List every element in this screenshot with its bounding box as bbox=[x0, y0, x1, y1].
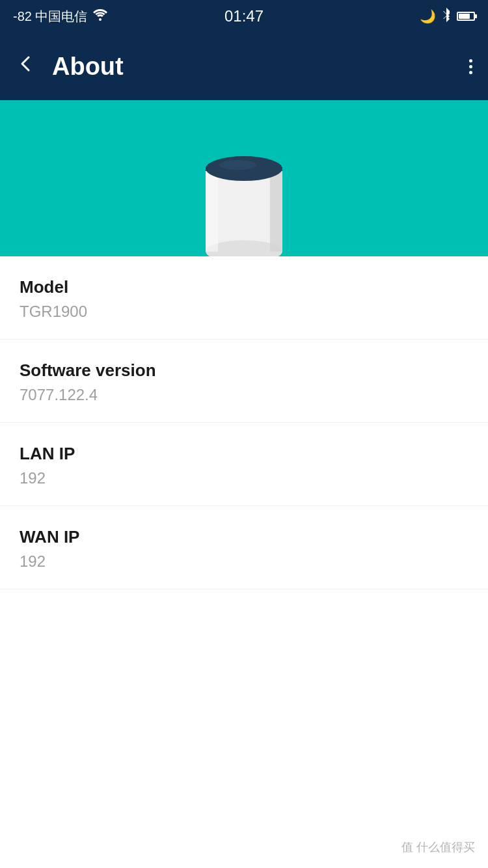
software-version-item: Software version 7077.122.4 bbox=[0, 340, 488, 423]
wifi-icon bbox=[92, 8, 108, 25]
router-image bbox=[179, 133, 309, 256]
model-value: TGR1900 bbox=[20, 303, 468, 321]
model-label: Model bbox=[20, 277, 468, 297]
svg-point-7 bbox=[219, 160, 256, 170]
lan-ip-label: LAN IP bbox=[20, 444, 468, 464]
moon-icon: 🌙 bbox=[420, 8, 436, 24]
lan-ip-value: 192 bbox=[20, 469, 468, 487]
software-version-label: Software version bbox=[20, 360, 468, 381]
more-dot-1 bbox=[469, 59, 472, 62]
more-menu-button[interactable] bbox=[469, 59, 472, 74]
app-bar: About bbox=[0, 33, 488, 100]
battery-icon-container bbox=[457, 9, 475, 24]
back-button[interactable] bbox=[16, 53, 36, 80]
wan-ip-value: 192 bbox=[20, 552, 468, 571]
wan-ip-label: WAN IP bbox=[20, 527, 468, 547]
svg-rect-4 bbox=[206, 171, 218, 252]
page-title: About bbox=[52, 53, 469, 81]
model-item: Model TGR1900 bbox=[0, 256, 488, 340]
wan-ip-item: WAN IP 192 bbox=[0, 506, 488, 590]
software-version-value: 7077.122.4 bbox=[20, 386, 468, 404]
status-bar-time: 01:47 bbox=[224, 7, 264, 25]
more-dot-3 bbox=[469, 71, 472, 74]
more-dot-2 bbox=[469, 65, 472, 68]
status-bar-right: 🌙 bbox=[420, 8, 475, 25]
svg-point-0 bbox=[99, 18, 102, 21]
bluetooth-icon bbox=[441, 8, 452, 25]
lan-ip-item: LAN IP 192 bbox=[0, 423, 488, 506]
watermark: 值 什么值得买 bbox=[401, 839, 475, 855]
status-bar-left: -82 中国电信 bbox=[13, 8, 108, 25]
hero-section bbox=[0, 100, 488, 256]
status-bar: -82 中国电信 01:47 🌙 bbox=[0, 0, 488, 33]
svg-rect-5 bbox=[270, 171, 282, 252]
signal-strength: -82 中国电信 bbox=[13, 8, 87, 25]
content-area: Model TGR1900 Software version 7077.122.… bbox=[0, 256, 488, 590]
